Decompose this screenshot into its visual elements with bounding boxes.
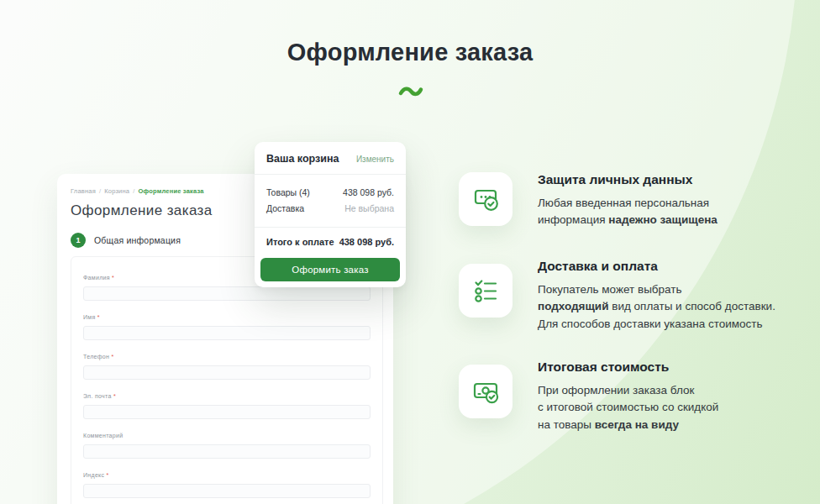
lastname-input[interactable]	[83, 286, 371, 301]
breadcrumb-separator: /	[133, 187, 134, 195]
required-mark: *	[110, 275, 114, 281]
field-label: Телефон	[83, 354, 109, 360]
step-label: Общая информация	[94, 235, 181, 245]
page-title: Оформление заказа	[0, 39, 820, 66]
breadcrumb-item-checkout: Оформление заказа	[139, 187, 204, 195]
field-label: Эл. почта	[83, 393, 112, 399]
feature-title: Доставка и оплата	[538, 259, 775, 274]
phone-input[interactable]	[83, 365, 371, 380]
total-label: Итого к оплате	[266, 237, 334, 247]
row-label: Доставка	[266, 203, 304, 213]
zip-input[interactable]	[83, 484, 371, 498]
checklist-icon	[459, 264, 512, 318]
cart-summary-card: Ваша корзина Изменить Товары (4) 438 098…	[255, 142, 406, 287]
step-number-badge: 1	[71, 233, 86, 248]
general-info-panel: Фамилия * Имя * Телефон * Эл. почта * Ко…	[71, 256, 383, 504]
breadcrumb-item-home[interactable]: Главная	[71, 187, 96, 195]
form-field: Комментарий	[83, 426, 371, 459]
feature-title: Итоговая стоимость	[538, 360, 718, 375]
field-label: Имя	[83, 314, 96, 320]
feature-body: Любая введенная персональная информация …	[538, 195, 718, 229]
form-field: Индекс *	[83, 465, 371, 498]
cart-edit-link[interactable]: Изменить	[356, 155, 394, 164]
feature-total-price: Итоговая стоимость При оформлении заказа…	[459, 358, 718, 433]
field-label: Комментарий	[83, 433, 123, 438]
tilde-icon	[397, 85, 424, 102]
required-mark: *	[96, 314, 100, 320]
form-field: Телефон *	[83, 347, 371, 380]
feature-title: Защита личных данных	[538, 172, 718, 187]
banknote-check-icon	[459, 365, 512, 418]
breadcrumb-item-cart[interactable]: Корзина	[104, 187, 129, 195]
feature-delivery-payment: Доставка и оплата Покупатель может выбра…	[459, 257, 775, 333]
feature-data-protection: Защита личных данных Любая введенная пер…	[459, 171, 718, 229]
row-value: Не выбрана	[344, 203, 394, 213]
required-mark: *	[104, 472, 108, 478]
total-value: 438 098 руб.	[339, 237, 394, 247]
form-field: Имя *	[83, 307, 371, 340]
row-value: 438 098 руб.	[343, 187, 394, 197]
field-label: Фамилия	[83, 275, 110, 281]
firstname-input[interactable]	[83, 326, 371, 340]
comment-input[interactable]	[83, 444, 371, 459]
feature-body: При оформлении заказа блок с итоговой ст…	[538, 382, 718, 433]
cart-total-row: Итого к оплате 438 098 руб.	[255, 228, 406, 256]
cart-row-delivery: Доставка Не выбрана	[266, 203, 394, 213]
feature-body: Покупатель может выбрать подходящий вид …	[538, 281, 775, 333]
required-mark: *	[109, 354, 113, 360]
required-mark: *	[112, 393, 116, 399]
email-input[interactable]	[83, 405, 371, 419]
row-label: Товары (4)	[266, 187, 310, 197]
cart-row-items: Товары (4) 438 098 руб.	[266, 187, 394, 197]
form-field: Эл. почта *	[83, 386, 371, 419]
submit-order-button[interactable]: Оформить заказ	[260, 258, 400, 281]
field-label: Индекс	[83, 472, 104, 478]
chat-check-icon	[459, 172, 512, 226]
breadcrumb-separator: /	[99, 187, 101, 195]
cart-title: Ваша корзина	[266, 153, 339, 165]
